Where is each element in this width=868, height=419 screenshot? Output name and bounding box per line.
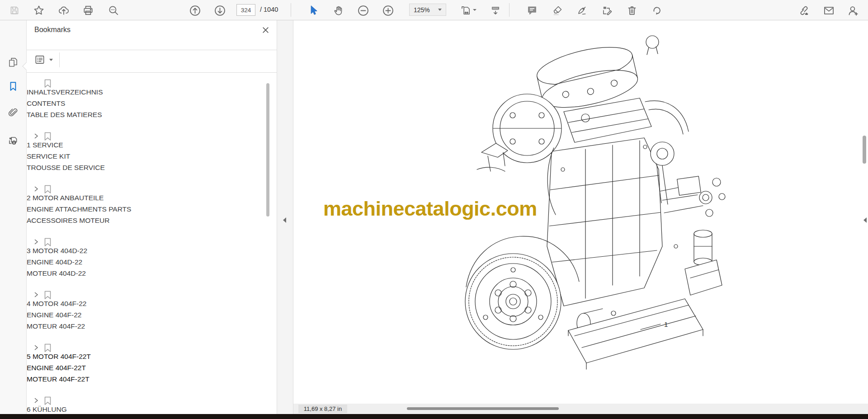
horizontal-scrollbar[interactable] xyxy=(407,407,559,410)
chevron-right-icon[interactable] xyxy=(33,133,39,139)
add-person-icon[interactable] xyxy=(846,4,859,17)
bookmark-line[interactable]: SERVICE KIT xyxy=(27,151,277,162)
bookmark-item[interactable]: 1 SERVICE SERVICE KIT TROUSSE DE SERVICE xyxy=(27,131,277,181)
share-link-icon[interactable] xyxy=(797,4,810,17)
panel-title: Bookmarks xyxy=(34,26,71,34)
close-panel-icon[interactable] xyxy=(260,25,270,35)
bookmarks-scrollbar[interactable] xyxy=(266,83,269,217)
chevron-right-icon[interactable] xyxy=(33,239,39,245)
page-thumbnails-icon[interactable] xyxy=(7,56,19,68)
zoom-out-icon[interactable] xyxy=(357,4,369,17)
collapse-left-icon[interactable] xyxy=(283,217,286,223)
vertical-scrollbar[interactable] xyxy=(863,136,866,164)
bookmarks-list: INHALTSVERZEICHNIS CONTENTS TABLE DES MA… xyxy=(27,78,277,414)
callout-label: 1 xyxy=(664,320,668,328)
page-display-icon[interactable] xyxy=(489,4,502,17)
caret-down-icon[interactable] xyxy=(49,59,53,61)
bookmark-line[interactable]: MOTEUR 404F-22T xyxy=(27,373,277,385)
bookmark-line[interactable]: TROUSSE DE SERVICE xyxy=(27,162,277,173)
panel-collapse-gutter[interactable] xyxy=(277,20,293,414)
select-tool-icon[interactable] xyxy=(307,4,320,17)
caret-down-icon xyxy=(438,9,442,11)
star-icon[interactable] xyxy=(33,4,45,17)
bookmark-line[interactable]: ENGINE 404D-22 xyxy=(27,256,277,268)
bookmark-line[interactable]: 4 MOTOR 404F-22 xyxy=(27,298,277,309)
bookmark-ribbon-icon xyxy=(44,291,52,300)
toolbar-divider xyxy=(509,3,509,17)
bookmark-line[interactable]: ENGINE 404F-22T xyxy=(27,362,277,373)
save-icon[interactable] xyxy=(8,4,21,17)
attachments-icon[interactable] xyxy=(7,107,19,118)
model-info-icon[interactable] xyxy=(7,135,19,146)
chevron-right-icon[interactable] xyxy=(33,398,39,403)
comment-icon[interactable] xyxy=(526,4,538,17)
panel-separator xyxy=(27,50,277,50)
tools-panel-collapse-icon[interactable] xyxy=(863,217,867,223)
bookmark-line[interactable]: MOTEUR 404F-22 xyxy=(27,320,277,332)
bottom-edge-bar xyxy=(0,414,868,419)
bookmark-line[interactable]: ACCESSOIRES MOTEUR xyxy=(27,215,277,226)
bookmark-line[interactable]: TABLE DES MATIERES xyxy=(27,109,277,120)
fit-width-icon[interactable] xyxy=(459,4,472,17)
bookmark-line[interactable]: 5 MOTOR 404F-22T xyxy=(27,351,277,362)
bookmark-ribbon-icon xyxy=(44,185,52,194)
bookmark-text[interactable]: 5 MOTOR 404F-22T ENGINE 404F-22T MOTEUR … xyxy=(27,351,277,385)
search-icon[interactable] xyxy=(107,4,120,17)
bookmark-line[interactable]: 3 MOTOR 404D-22 xyxy=(27,245,277,256)
panel-separator xyxy=(27,72,277,73)
bookmark-text[interactable]: 6 KÜHLUNG COOLING REFROIDISSEMENT xyxy=(27,404,277,414)
bookmark-text[interactable]: 2 MOTOR ANBAUTEILE ENGINE ATTACHMENTS PA… xyxy=(27,192,277,226)
bookmark-text[interactable]: 4 MOTOR 404F-22 ENGINE 404F-22 MOTEUR 40… xyxy=(27,298,277,332)
toolbar-divider xyxy=(291,3,291,17)
bookmark-item[interactable]: 4 MOTOR 404F-22 ENGINE 404F-22 MOTEUR 40… xyxy=(27,290,277,340)
bookmarks-panel: Bookmarks INHALTSVERZEICHNIS CONTENTS TA… xyxy=(27,20,277,414)
page-count-label: / 1040 xyxy=(260,6,278,13)
sign-pen-icon[interactable] xyxy=(576,4,589,17)
fill-sign-icon[interactable] xyxy=(601,4,613,17)
bookmark-item[interactable]: 6 KÜHLUNG COOLING REFROIDISSEMENT xyxy=(27,395,277,414)
document-page[interactable]: machinecatalogic.com xyxy=(293,20,868,404)
bookmark-item[interactable]: 3 MOTOR 404D-22 ENGINE 404D-22 MOTEUR 40… xyxy=(27,237,277,287)
next-page-icon[interactable] xyxy=(213,4,226,17)
zoom-in-icon[interactable] xyxy=(382,4,394,17)
bookmark-line[interactable]: 1 SERVICE xyxy=(27,139,277,151)
bookmark-item[interactable]: 2 MOTOR ANBAUTEILE ENGINE ATTACHMENTS PA… xyxy=(27,184,277,234)
options-divider xyxy=(59,52,60,67)
bookmark-line[interactable]: MOTEUR 404D-22 xyxy=(27,268,277,279)
bookmark-item[interactable]: 5 MOTOR 404F-22T ENGINE 404F-22T MOTEUR … xyxy=(27,343,277,393)
delete-icon[interactable] xyxy=(626,4,638,17)
bookmark-line[interactable]: ENGINE ATTACHMENTS PARTS xyxy=(27,203,277,215)
bookmark-ribbon-icon xyxy=(44,396,52,405)
caret-down-icon[interactable] xyxy=(473,9,476,11)
bookmark-line[interactable]: ENGINE 404F-22 xyxy=(27,309,277,320)
bookmark-text[interactable]: 3 MOTOR 404D-22 ENGINE 404D-22 MOTEUR 40… xyxy=(27,245,277,279)
bookmark-options-icon[interactable] xyxy=(34,54,46,66)
bookmark-ribbon-icon xyxy=(44,132,52,141)
bookmark-text[interactable]: INHALTSVERZEICHNIS CONTENTS TABLE DES MA… xyxy=(27,86,277,120)
bookmark-line[interactable]: CONTENTS xyxy=(27,98,277,109)
rotate-icon[interactable] xyxy=(651,4,663,17)
bookmark-ribbon-icon xyxy=(44,79,52,88)
chevron-right-icon[interactable] xyxy=(33,345,39,350)
chevron-right-icon[interactable] xyxy=(33,186,39,192)
previous-page-icon[interactable] xyxy=(189,4,201,17)
chevron-right-icon[interactable] xyxy=(33,292,39,297)
zoom-level-value: 125% xyxy=(414,6,430,14)
highlight-icon[interactable] xyxy=(551,4,564,17)
email-icon[interactable] xyxy=(822,4,835,17)
document-status-bar: 11,69 x 8,27 in xyxy=(293,404,868,414)
hand-tool-icon[interactable] xyxy=(332,4,344,17)
bookmark-line[interactable]: 2 MOTOR ANBAUTEILE xyxy=(27,192,277,203)
bookmark-text[interactable]: 1 SERVICE SERVICE KIT TROUSSE DE SERVICE xyxy=(27,139,277,173)
bookmark-line[interactable]: 6 KÜHLUNG xyxy=(27,404,277,414)
bookmark-line[interactable]: INHALTSVERZEICHNIS xyxy=(27,86,277,98)
sidebar-rail xyxy=(0,20,27,414)
page-number-input[interactable] xyxy=(236,4,255,16)
page-size-label: 11,69 x 8,27 in xyxy=(298,405,347,413)
toolbar: / 1040 125% xyxy=(0,0,868,20)
share-upload-icon[interactable] xyxy=(57,4,70,17)
bookmark-item[interactable]: INHALTSVERZEICHNIS CONTENTS TABLE DES MA… xyxy=(27,78,277,128)
bookmarks-panel-icon[interactable] xyxy=(7,80,19,92)
zoom-level-dropdown[interactable]: 125% xyxy=(409,4,446,16)
print-icon[interactable] xyxy=(82,4,94,17)
